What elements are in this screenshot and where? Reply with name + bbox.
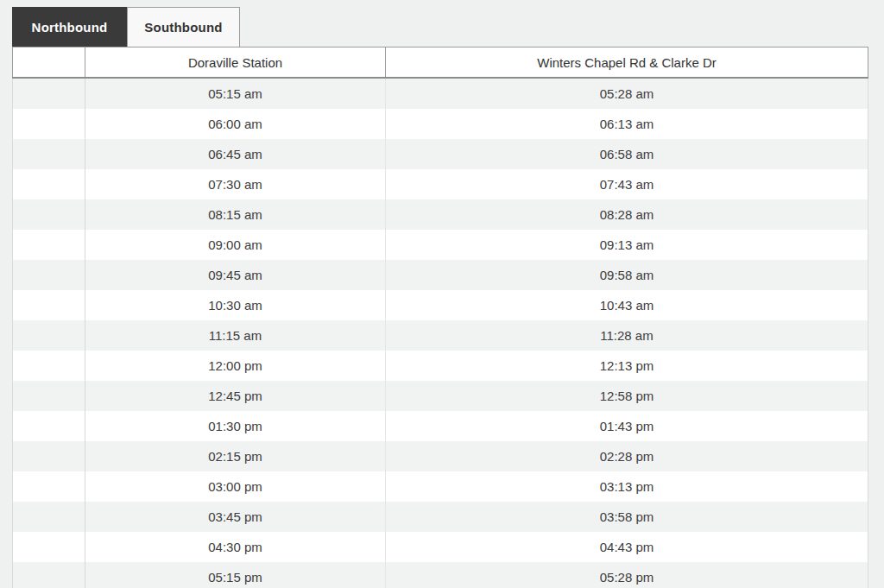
- schedule-body: 05:15 am05:28 am06:00 am06:13 am06:45 am…: [13, 78, 868, 588]
- row-spacer-cell: [13, 320, 85, 351]
- row-spacer-cell: [13, 139, 85, 169]
- table-row: 09:00 am09:13 am: [13, 230, 868, 260]
- time-cell: 03:58 pm: [386, 502, 868, 532]
- time-cell: 05:15 am: [85, 78, 386, 109]
- table-row: 03:00 pm03:13 pm: [13, 471, 868, 502]
- header-doraville-station: Doraville Station: [85, 47, 386, 79]
- table-row: 07:30 am07:43 am: [13, 169, 868, 199]
- row-spacer-cell: [13, 502, 85, 532]
- time-cell: 04:43 pm: [386, 532, 868, 562]
- row-spacer-cell: [13, 199, 85, 230]
- time-cell: 07:30 am: [85, 169, 386, 199]
- time-cell: 11:15 am: [85, 320, 386, 351]
- time-cell: 08:28 am: [386, 199, 868, 230]
- table-row: 05:15 pm05:28 pm: [13, 562, 868, 588]
- time-cell: 06:00 am: [85, 109, 386, 139]
- row-spacer-cell: [13, 351, 85, 381]
- direction-tabs: Northbound Southbound: [12, 7, 868, 47]
- time-cell: 12:13 pm: [386, 351, 868, 381]
- time-cell: 12:00 pm: [85, 351, 386, 381]
- time-cell: 01:30 pm: [85, 411, 386, 441]
- row-spacer-cell: [13, 290, 85, 320]
- table-row: 09:45 am09:58 am: [13, 260, 868, 290]
- time-cell: 02:28 pm: [386, 441, 868, 471]
- header-spacer-cell: [13, 47, 85, 79]
- row-spacer-cell: [13, 109, 85, 139]
- time-cell: 06:58 am: [386, 139, 868, 169]
- table-row: 10:30 am10:43 am: [13, 290, 868, 320]
- time-cell: 05:28 am: [386, 78, 868, 109]
- schedule-table: Doraville Station Winters Chapel Rd & Cl…: [12, 47, 868, 588]
- row-spacer-cell: [13, 169, 85, 199]
- time-cell: 08:15 am: [85, 199, 386, 230]
- table-row: 12:00 pm12:13 pm: [13, 351, 868, 381]
- table-row: 06:00 am06:13 am: [13, 109, 868, 139]
- row-spacer-cell: [13, 230, 85, 260]
- time-cell: 06:13 am: [386, 109, 868, 139]
- time-cell: 03:00 pm: [85, 471, 386, 502]
- header-winters-chapel-rd-clarke-dr: Winters Chapel Rd & Clarke Dr: [386, 47, 868, 79]
- time-cell: 09:00 am: [85, 230, 386, 260]
- time-cell: 12:58 pm: [386, 381, 868, 411]
- table-row: 03:45 pm03:58 pm: [13, 502, 868, 532]
- time-cell: 09:45 am: [85, 260, 386, 290]
- table-row: 08:15 am08:28 am: [13, 199, 868, 230]
- table-row: 12:45 pm12:58 pm: [13, 381, 868, 411]
- time-cell: 06:45 am: [85, 139, 386, 169]
- table-row: 02:15 pm02:28 pm: [13, 441, 868, 471]
- time-cell: 03:13 pm: [386, 471, 868, 502]
- time-cell: 09:58 am: [386, 260, 868, 290]
- row-spacer-cell: [13, 411, 85, 441]
- time-cell: 04:30 pm: [85, 532, 386, 562]
- row-spacer-cell: [13, 78, 85, 109]
- time-cell: 05:28 pm: [386, 562, 868, 588]
- time-cell: 09:13 am: [386, 230, 868, 260]
- header-row: Doraville Station Winters Chapel Rd & Cl…: [13, 47, 868, 79]
- table-row: 01:30 pm01:43 pm: [13, 411, 868, 441]
- time-cell: 10:30 am: [85, 290, 386, 320]
- time-cell: 10:43 am: [386, 290, 868, 320]
- row-spacer-cell: [13, 441, 85, 471]
- time-cell: 01:43 pm: [386, 411, 868, 441]
- table-row: 11:15 am11:28 am: [13, 320, 868, 351]
- schedule-page: Northbound Southbound Doraville Station …: [0, 0, 884, 588]
- row-spacer-cell: [13, 562, 85, 588]
- time-cell: 07:43 am: [386, 169, 868, 199]
- time-cell: 11:28 am: [386, 320, 868, 351]
- row-spacer-cell: [13, 260, 85, 290]
- table-row: 06:45 am06:58 am: [13, 139, 868, 169]
- time-cell: 05:15 pm: [85, 562, 386, 588]
- time-cell: 02:15 pm: [85, 441, 386, 471]
- tab-southbound[interactable]: Southbound: [127, 7, 240, 47]
- row-spacer-cell: [13, 381, 85, 411]
- table-row: 04:30 pm04:43 pm: [13, 532, 868, 562]
- table-row: 05:15 am05:28 am: [13, 78, 868, 109]
- row-spacer-cell: [13, 471, 85, 502]
- time-cell: 12:45 pm: [85, 381, 386, 411]
- time-cell: 03:45 pm: [85, 502, 386, 532]
- tab-northbound[interactable]: Northbound: [12, 7, 127, 47]
- row-spacer-cell: [13, 532, 85, 562]
